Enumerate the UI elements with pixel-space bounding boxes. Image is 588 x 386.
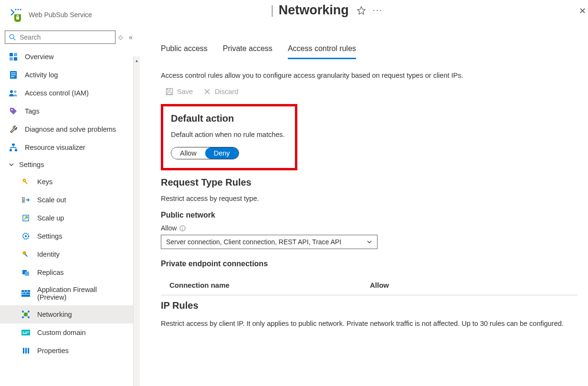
- sidebar-item-custom-domain[interactable]: Custom domain: [0, 323, 140, 342]
- request-type-sub: Restrict access by request type.: [161, 195, 578, 202]
- tab-private-access[interactable]: Private access: [223, 44, 273, 59]
- scroll-up-icon[interactable]: ▲: [134, 56, 140, 65]
- pec-table-header: Connection name Allow: [161, 273, 578, 295]
- sidebar-item-scale-up[interactable]: Scale up: [0, 209, 140, 227]
- svg-rect-51: [22, 332, 24, 333]
- save-label: Save: [177, 88, 193, 95]
- default-action-sub: Default action when no rule matches.: [171, 131, 287, 138]
- identity-key-icon: [21, 250, 31, 259]
- ip-rules-desc: Restrict access by client IP. It only ap…: [161, 319, 578, 329]
- nav-label: Scale out: [37, 196, 66, 204]
- ip-rules-section: IP Rules Restrict access by client IP. I…: [161, 300, 578, 329]
- svg-rect-33: [25, 271, 29, 276]
- wrench-icon: [9, 125, 18, 134]
- col-connection-name: Connection name: [169, 281, 370, 289]
- svg-point-42: [22, 311, 24, 313]
- close-icon[interactable]: ✕: [579, 6, 586, 16]
- sidebar-group-settings[interactable]: Settings: [0, 156, 140, 173]
- save-button[interactable]: Save: [166, 88, 193, 95]
- save-icon: [166, 88, 173, 95]
- svg-rect-14: [11, 76, 14, 77]
- sidebar-item-replicas[interactable]: Replicas: [0, 263, 140, 282]
- svg-point-45: [28, 316, 30, 318]
- default-action-toggle[interactable]: Allow Deny: [171, 147, 239, 159]
- sidebar-scrollbar[interactable]: ▲: [133, 56, 140, 386]
- svg-rect-24: [22, 197, 25, 203]
- sidebar-item-identity[interactable]: Identity: [0, 245, 140, 263]
- sidebar-item-tags[interactable]: Tags: [0, 102, 140, 120]
- col-allow: Allow: [370, 281, 578, 289]
- search-icon: [9, 34, 16, 41]
- svg-line-6: [13, 38, 15, 40]
- info-icon[interactable]: i: [179, 225, 186, 231]
- tab-public-access[interactable]: Public access: [161, 44, 208, 59]
- search-input[interactable]: [19, 33, 111, 42]
- svg-rect-53: [22, 333, 27, 334]
- brand: Web PubSub Service: [0, 5, 140, 29]
- discard-x-icon: [203, 88, 211, 95]
- scale-out-icon: [21, 195, 31, 205]
- svg-point-15: [10, 90, 13, 93]
- tabs: Public access Private access Access cont…: [161, 44, 578, 59]
- chevron-down-icon: [367, 239, 372, 245]
- svg-point-29: [25, 235, 27, 237]
- people-icon: [9, 88, 18, 98]
- pec-heading: Private endpoint connections: [161, 260, 578, 268]
- discard-button[interactable]: Discard: [203, 88, 238, 95]
- properties-icon: [21, 346, 31, 355]
- sidebar-item-diagnose[interactable]: Diagnose and solve problems: [0, 120, 140, 138]
- sidebar-item-networking[interactable]: Networking: [0, 305, 140, 323]
- sidebar-item-properties[interactable]: Properties: [0, 342, 140, 360]
- nav-label: Settings: [37, 232, 62, 240]
- firewall-icon: [21, 289, 31, 298]
- svg-rect-54: [23, 348, 24, 354]
- sidebar-item-scale-out[interactable]: Scale out: [0, 191, 140, 209]
- domain-icon: [21, 328, 31, 337]
- request-type-title: Request Type Rules: [161, 177, 578, 188]
- header-divider: |: [271, 3, 274, 18]
- svg-point-22: [24, 180, 25, 181]
- svg-point-16: [14, 91, 17, 93]
- sidebar-item-resource-visualizer[interactable]: Resource visualizer: [0, 138, 140, 156]
- nav-label: Keys: [37, 178, 52, 186]
- svg-rect-31: [25, 254, 28, 257]
- svg-line-46: [24, 313, 25, 313]
- svg-point-5: [10, 34, 14, 39]
- nav-label: Properties: [37, 347, 69, 355]
- gear-icon: [21, 231, 31, 241]
- sidebar-item-keys[interactable]: Keys: [0, 173, 140, 191]
- sidebar-item-access-control-iam[interactable]: Access control (IAM): [0, 84, 140, 102]
- svg-rect-18: [12, 144, 15, 146]
- networking-icon: [21, 310, 31, 319]
- sidebar-item-activity-log[interactable]: Activity log: [0, 66, 140, 84]
- nav-label: Activity log: [25, 71, 58, 79]
- nav-label: Custom domain: [37, 329, 86, 336]
- expand-collapse-icon[interactable]: ◇: [118, 34, 123, 41]
- allow-request-types-dropdown[interactable]: Server connection, Client connection, RE…: [161, 235, 378, 249]
- toggle-deny[interactable]: Deny: [205, 147, 239, 159]
- tab-access-control-rules[interactable]: Access control rules: [288, 44, 356, 59]
- svg-rect-23: [25, 181, 28, 184]
- svg-point-1: [18, 9, 19, 10]
- toggle-allow[interactable]: Allow: [171, 147, 205, 159]
- svg-rect-19: [10, 149, 12, 151]
- ip-rules-title: IP Rules: [161, 300, 578, 311]
- svg-text:i: i: [182, 226, 183, 230]
- overview-icon: [9, 52, 18, 62]
- sidebar-item-overview[interactable]: Overview: [0, 48, 140, 66]
- search-box[interactable]: [5, 31, 116, 44]
- sidebar-item-settings[interactable]: Settings: [0, 227, 140, 245]
- chevron-down-icon: [9, 162, 14, 167]
- sidebar-item-application-firewall[interactable]: Application Firewall (Preview): [0, 282, 140, 305]
- svg-rect-56: [28, 348, 29, 354]
- replicas-icon: [21, 268, 31, 277]
- request-type-rules-section: Request Type Rules Restrict access by re…: [161, 177, 578, 295]
- svg-marker-57: [357, 7, 365, 14]
- dropdown-value: Server connection, Client connection, RE…: [166, 238, 341, 246]
- favorite-star-icon[interactable]: [357, 6, 366, 15]
- nav-label: Replicas: [37, 269, 64, 276]
- collapse-sidebar-icon[interactable]: «: [126, 33, 136, 41]
- more-actions-icon[interactable]: ···: [373, 5, 383, 15]
- discard-label: Discard: [215, 88, 238, 95]
- svg-point-2: [20, 9, 21, 10]
